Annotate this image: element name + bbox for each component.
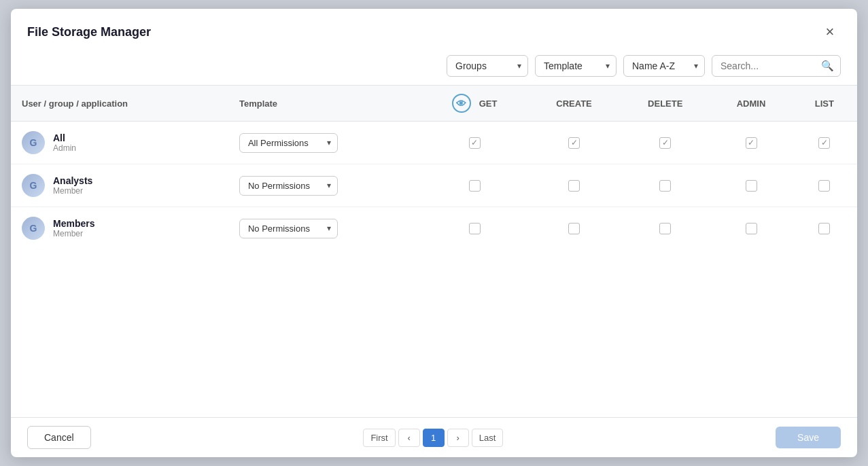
row-template-dropdown: All PermissionsNo PermissionsRead OnlyCu… [239,133,338,153]
permissions-table: User / group / application Template 👁 GE… [11,86,857,249]
get-cell [421,164,528,207]
table-row: G All Admin All PermissionsNo Permission… [11,122,857,164]
checkbox-cell [432,180,517,192]
col-admin: ADMIN [710,86,791,122]
toolbar: Groups ▾ Template ▾ Name A-Z Name Z-A ▾ … [11,50,857,85]
checkbox-cell [432,137,517,149]
delete-cell [620,164,710,207]
first-page-button[interactable]: First [363,429,395,447]
page-1-button[interactable]: 1 [423,429,445,447]
get-cell [421,122,528,164]
checkbox-cell [631,137,699,149]
cancel-button[interactable]: Cancel [27,426,91,449]
checkbox-cell [539,223,609,234]
row-template-dropdown: All PermissionsNo PermissionsRead OnlyCu… [239,219,338,238]
col-delete: DELETE [620,86,710,122]
admin-cell [710,164,791,207]
user-info: Analysts Member [53,175,92,196]
save-button[interactable]: Save [776,427,841,448]
checkbox-cell [539,180,609,192]
col-get: 👁 GET [421,86,528,122]
checkbox-cell [631,223,699,234]
get-cell [421,207,528,250]
admin-checkbox[interactable] [746,180,757,192]
sort-select[interactable]: Name A-Z Name Z-A [623,55,705,77]
checkbox-cell [432,223,517,234]
user-cell-inner: G Members Member [22,217,218,240]
user-name: Analysts [53,175,92,186]
table-area: User / group / application Template 👁 GE… [11,85,857,418]
prev-page-button[interactable]: ‹ [398,429,420,447]
modal-header: File Storage Manager × [11,9,857,50]
user-info: All Admin [53,132,76,153]
user-name: All [53,132,76,143]
last-page-button[interactable]: Last [472,429,504,447]
modal: File Storage Manager × Groups ▾ Template… [11,9,857,457]
list-cell [792,164,857,207]
col-create: CREATE [528,86,620,122]
sort-dropdown-wrapper: Name A-Z Name Z-A ▾ [623,55,705,77]
checkbox-cell [803,223,846,234]
user-info: Members Member [53,218,94,238]
list-checkbox[interactable] [818,180,830,192]
user-cell-inner: G Analysts Member [22,174,218,197]
close-button[interactable]: × [819,21,841,43]
checkbox-cell [721,223,780,234]
table-row: G Members Member All PermissionsNo Permi… [11,207,857,250]
get-checkbox[interactable] [469,180,481,192]
row-template-select[interactable]: All PermissionsNo PermissionsRead OnlyCu… [239,176,338,196]
template-select[interactable]: Template [535,55,617,77]
admin-checkbox[interactable] [746,137,757,149]
create-checkbox[interactable] [568,223,580,234]
table-header-row: User / group / application Template 👁 GE… [11,86,857,122]
avatar: G [22,131,45,154]
user-cell: G Analysts Member [11,164,228,207]
search-wrapper: 🔍 [712,55,841,77]
list-checkbox[interactable] [818,223,830,234]
admin-checkbox[interactable] [746,223,757,234]
col-template: Template [228,86,421,122]
groups-select[interactable]: Groups [447,55,528,77]
delete-cell [620,207,710,250]
list-checkbox[interactable] [818,137,830,149]
user-role: Member [53,229,94,238]
create-cell [528,164,620,207]
checkbox-cell [721,180,780,192]
user-cell: G All Admin [11,122,228,164]
user-cell-inner: G All Admin [22,131,218,154]
checkbox-cell [631,180,699,192]
create-cell [528,207,620,250]
modal-title: File Storage Manager [27,25,151,39]
next-page-button[interactable]: › [447,429,469,447]
groups-dropdown-wrapper: Groups ▾ [447,55,528,77]
delete-checkbox[interactable] [659,180,671,192]
row-template-select[interactable]: All PermissionsNo PermissionsRead OnlyCu… [239,133,338,153]
avatar: G [22,174,45,197]
admin-cell [710,122,791,164]
create-cell [528,122,620,164]
table-row: G Analysts Member All PermissionsNo Perm… [11,164,857,207]
create-checkbox[interactable] [568,180,580,192]
get-checkbox[interactable] [469,137,481,149]
user-cell: G Members Member [11,207,228,250]
get-checkbox[interactable] [469,223,481,234]
user-role: Member [53,186,92,196]
modal-backdrop: File Storage Manager × Groups ▾ Template… [0,0,868,466]
pagination: First ‹ 1 › Last [363,429,503,447]
get-eye-icon: 👁 [452,94,471,113]
template-dropdown-wrapper: Template ▾ [535,55,617,77]
avatar: G [22,217,45,240]
user-role: Admin [53,143,76,153]
modal-footer: Cancel First ‹ 1 › Last Save [11,418,857,457]
admin-cell [710,207,791,250]
checkbox-cell [803,180,846,192]
checkbox-cell [803,137,846,149]
template-cell: All PermissionsNo PermissionsRead OnlyCu… [228,207,421,250]
checkbox-cell [539,137,609,149]
delete-checkbox[interactable] [659,223,671,234]
row-template-dropdown: All PermissionsNo PermissionsRead OnlyCu… [239,176,338,196]
create-checkbox[interactable] [568,137,580,149]
row-template-select[interactable]: All PermissionsNo PermissionsRead OnlyCu… [239,219,338,238]
search-input[interactable] [712,55,841,77]
delete-checkbox[interactable] [659,137,671,149]
